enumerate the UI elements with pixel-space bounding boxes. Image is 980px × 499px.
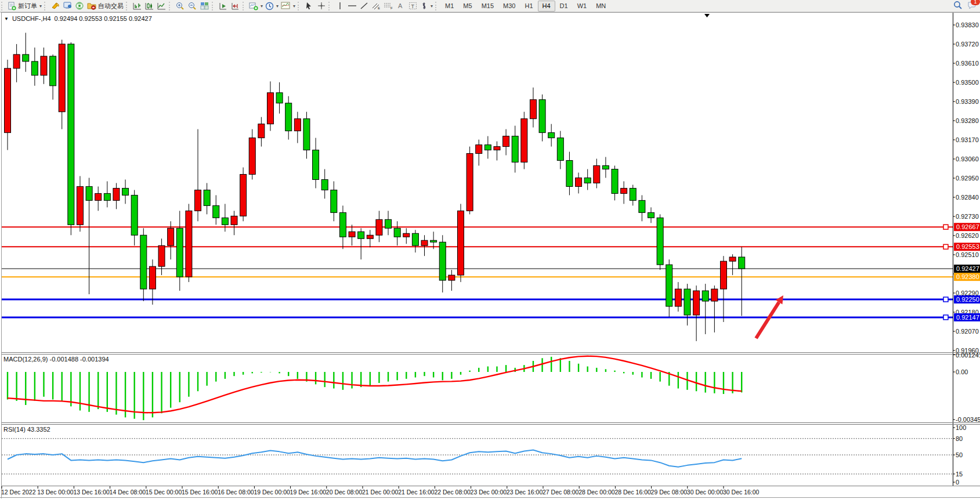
candle xyxy=(449,275,455,280)
macd-axis-label: 0.00 xyxy=(956,368,968,375)
timeframe-m30-button[interactable]: M30 xyxy=(498,1,520,12)
time-label: 12 Dec 2022 xyxy=(1,489,36,496)
chevron-down-icon: ▾ xyxy=(261,3,263,9)
annotation-arrow-shaft xyxy=(756,302,779,338)
zoom-in-button[interactable] xyxy=(174,1,186,12)
zoom-out-button[interactable] xyxy=(186,1,198,12)
bar-chart-button[interactable] xyxy=(131,1,143,12)
timeframe-label: M5 xyxy=(463,2,472,9)
chart-canvas[interactable]: 0.938300.937200.936100.935000.933900.932… xyxy=(0,12,980,499)
new-chart-icon xyxy=(249,2,258,10)
timeframe-d1-button[interactable]: D1 xyxy=(555,1,573,12)
candlestick-chart-icon xyxy=(145,2,154,10)
time-label: 30 Dec 00:00 xyxy=(687,489,724,496)
chevron-down-icon: ▾ xyxy=(293,3,295,9)
candle xyxy=(267,93,273,124)
timeframe-w1-button[interactable]: W1 xyxy=(573,1,592,12)
auto-scroll-icon xyxy=(219,2,227,10)
auto-scroll-button[interactable] xyxy=(217,1,229,12)
time-label: 14 Dec 08:00 xyxy=(110,489,146,496)
vline-tool-button[interactable] xyxy=(334,1,346,12)
toolbar-grip[interactable] xyxy=(328,2,332,10)
chart-shift-button[interactable] xyxy=(229,1,241,12)
new-order-button[interactable]: 新订单 ▾ xyxy=(6,1,43,12)
toolbar-grip[interactable] xyxy=(44,2,48,10)
candle xyxy=(50,56,56,86)
candle xyxy=(131,195,138,235)
candle xyxy=(711,289,718,301)
template-button[interactable]: ▾ xyxy=(280,1,296,12)
time-label: 20 Dec 08:00 xyxy=(326,489,363,496)
candle xyxy=(358,232,364,238)
candle xyxy=(530,100,536,119)
candlestick-chart-button[interactable] xyxy=(143,1,156,12)
period-button[interactable]: ▾ xyxy=(264,1,280,12)
candle xyxy=(321,179,328,190)
price-label-text: 0.92250 xyxy=(956,296,979,303)
time-label: 30 Dec 16:00 xyxy=(723,489,760,496)
price-tick-label: 0.92070 xyxy=(956,328,979,335)
new-chart-button[interactable]: ▾ xyxy=(248,1,264,12)
text-tool-button[interactable]: A xyxy=(395,1,407,12)
terminal-button[interactable] xyxy=(62,1,74,12)
timeframe-label: W1 xyxy=(577,2,587,9)
toolbar-grip[interactable] xyxy=(169,2,173,10)
candle xyxy=(5,68,11,133)
notifications-button[interactable]: 1 xyxy=(967,1,977,12)
fibonacci-tool-button[interactable]: F xyxy=(382,1,395,12)
toolbar-grip[interactable] xyxy=(435,2,439,10)
candle xyxy=(285,103,292,131)
crosshair-button[interactable] xyxy=(315,1,327,12)
search-button[interactable] xyxy=(953,1,963,12)
candle xyxy=(195,190,201,211)
line-chart-button[interactable] xyxy=(156,1,168,12)
candle xyxy=(168,228,174,245)
trendline-tool-button[interactable] xyxy=(358,1,370,12)
candle xyxy=(476,145,482,154)
signals-button[interactable] xyxy=(74,1,86,12)
candle xyxy=(367,235,373,238)
toolbar-grip[interactable] xyxy=(243,2,247,10)
chart-shift-marker-icon xyxy=(704,14,710,17)
candle xyxy=(213,205,219,218)
cursor-button[interactable] xyxy=(303,1,315,12)
timeframe-h4-button[interactable]: H4 xyxy=(538,1,555,12)
tile-windows-button[interactable] xyxy=(198,1,211,12)
line-anchor-marker xyxy=(943,225,948,229)
price-tick-label: 0.93720 xyxy=(956,41,979,48)
timeframe-mn-button[interactable]: MN xyxy=(591,1,610,12)
toolbar-grip[interactable] xyxy=(212,2,216,10)
tile-windows-icon xyxy=(200,2,209,10)
toolbar-grip[interactable] xyxy=(298,2,302,10)
hline-tool-button[interactable] xyxy=(346,1,358,12)
time-label: 28 Dec 00:00 xyxy=(578,489,615,496)
price-label-text: 0.92380 xyxy=(956,273,979,280)
candle xyxy=(576,178,582,186)
timeframe-h1-button[interactable]: H1 xyxy=(520,1,537,12)
market-button[interactable] xyxy=(49,1,62,12)
candle xyxy=(31,62,38,75)
toolbar-grip[interactable] xyxy=(126,2,130,10)
candle xyxy=(376,219,382,235)
timeframe-m15-button[interactable]: M15 xyxy=(477,1,498,12)
candle xyxy=(231,216,237,225)
time-label: 23 Dec 16:00 xyxy=(507,489,543,496)
autotrade-label: 自动交易 xyxy=(98,2,124,10)
price-label-text: 0.92427 xyxy=(956,265,979,272)
channel-tool-button[interactable]: E xyxy=(370,1,382,12)
timeframe-label: H1 xyxy=(525,2,533,9)
timeframe-m5-button[interactable]: M5 xyxy=(458,1,476,12)
candle xyxy=(421,240,428,245)
timeframe-label: H4 xyxy=(543,2,551,9)
autotrade-button[interactable]: 自动交易 xyxy=(86,1,125,12)
candle xyxy=(77,186,83,225)
chart-title: ▼ USDCHF-,H4 0.92494 0.92553 0.92155 0.9… xyxy=(4,15,152,22)
chart-collapse-icon[interactable]: ▼ xyxy=(4,16,9,21)
toolbar-grip[interactable] xyxy=(1,2,5,10)
candle xyxy=(693,291,700,315)
arrows-tool-button[interactable]: ▾ xyxy=(419,1,434,12)
timeframe-m1-button[interactable]: M1 xyxy=(440,1,458,12)
rsi-axis-label: 100 xyxy=(956,424,966,431)
label-tool-button[interactable]: T xyxy=(407,1,419,12)
price-label-text: 0.92147 xyxy=(956,314,979,321)
